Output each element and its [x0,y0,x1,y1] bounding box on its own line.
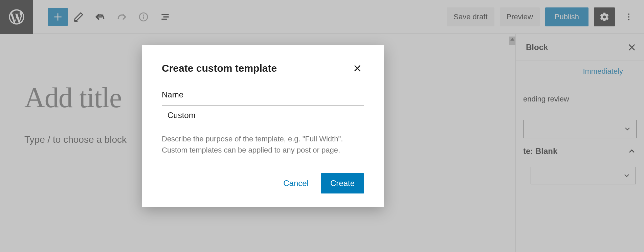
create-button[interactable]: Create [321,173,364,193]
modal-help-text: Describe the purpose of the template, e.… [162,133,364,156]
name-input[interactable] [162,106,364,125]
create-template-modal: Create custom template Name Describe the… [142,45,384,207]
name-field-label: Name [162,90,364,99]
modal-close-button[interactable] [351,62,364,75]
modal-title: Create custom template [162,63,277,74]
cancel-button[interactable]: Cancel [281,174,311,193]
close-icon [353,64,362,73]
